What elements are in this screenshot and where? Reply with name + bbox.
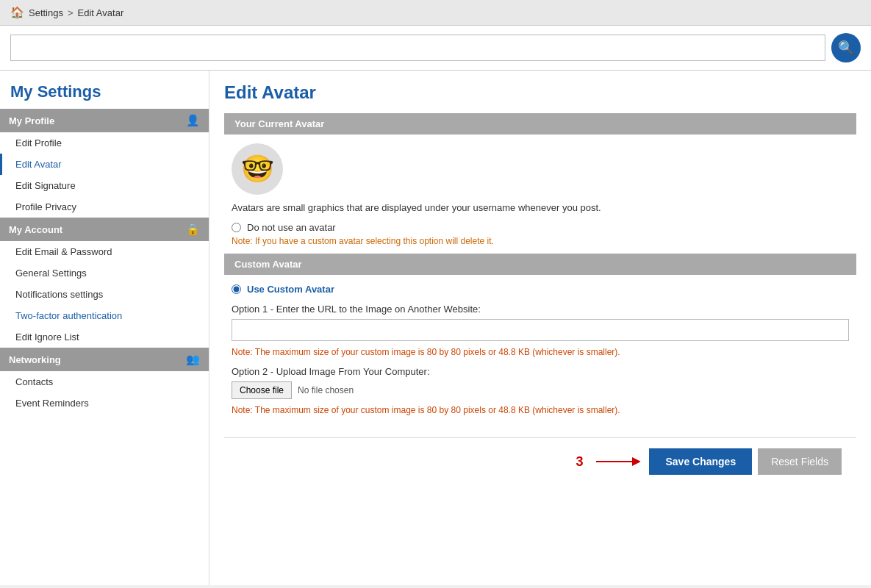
use-custom-radio[interactable] — [232, 284, 241, 294]
breadcrumb-bar: 🏠 Settings > Edit Avatar — [0, 0, 871, 26]
annotation-3: 3 — [576, 454, 583, 470]
page-title: Edit Avatar — [224, 82, 856, 103]
option2-label: Option 2 - Upload Image From Your Comput… — [232, 366, 856, 377]
avatar-description: Avatars are small graphics that are disp… — [232, 202, 856, 213]
use-custom-label: Use Custom Avatar — [247, 284, 334, 295]
search-input[interactable] — [10, 35, 825, 61]
search-bar: 🔍 — [0, 26, 871, 71]
sidebar-item-profile-privacy[interactable]: Profile Privacy — [0, 196, 209, 218]
breadcrumb-current: Edit Avatar — [78, 7, 124, 18]
sidebar-item-edit-signature[interactable]: Edit Signature — [0, 175, 209, 196]
breadcrumb-separator: > — [68, 7, 74, 18]
search-button[interactable]: 🔍 — [831, 33, 861, 62]
reset-fields-button[interactable]: Reset Fields — [758, 448, 842, 475]
content-area: Edit Avatar Your Current Avatar 🤓 Avatar… — [209, 71, 871, 585]
lock-icon: 🔒 — [186, 223, 200, 236]
sidebar-item-two-factor[interactable]: Two-factor authentication — [0, 305, 209, 326]
annotation-arrow-3 — [596, 454, 640, 469]
sidebar-item-contacts[interactable]: Contacts — [0, 371, 209, 392]
sidebar-item-notifications-settings[interactable]: Notifications settings — [0, 284, 209, 305]
no-avatar-row: Do not use an avatar — [232, 222, 856, 233]
search-icon: 🔍 — [838, 40, 854, 56]
file-upload-row: Choose file No file chosen — [232, 381, 856, 399]
sidebar-item-edit-avatar[interactable]: Edit Avatar — [0, 154, 209, 175]
sidebar-section-my-profile: My Profile 👤 — [0, 109, 209, 132]
custom-avatar-section-header: Custom Avatar — [224, 254, 856, 275]
sidebar-section-my-account: My Account 🔒 — [0, 218, 209, 241]
sidebar-item-edit-ignore-list[interactable]: Edit Ignore List — [0, 326, 209, 348]
people-icon: 👥 — [186, 353, 200, 366]
choose-file-button[interactable]: Choose file — [232, 381, 292, 399]
current-avatar-section-header: Your Current Avatar — [224, 113, 856, 135]
sidebar-section-label-networking: Networking — [9, 354, 61, 365]
sidebar-title: My Settings — [0, 71, 209, 109]
sidebar-item-edit-email-password[interactable]: Edit Email & Password — [0, 241, 209, 262]
option1-label: Option 1 - Enter the URL to the Image on… — [232, 304, 856, 315]
sidebar-section-label-profile: My Profile — [9, 115, 54, 126]
no-avatar-note: Note: If you have a custom avatar select… — [232, 236, 856, 246]
breadcrumb-settings[interactable]: Settings — [29, 7, 63, 18]
avatar-face-icon: 🤓 — [241, 154, 274, 184]
sidebar-item-event-reminders[interactable]: Event Reminders — [0, 392, 209, 414]
sidebar-section-label-account: My Account — [9, 224, 62, 235]
main-layout: My Settings My Profile 👤 Edit Profile Ed… — [0, 71, 871, 585]
use-custom-row: Use Custom Avatar — [232, 284, 856, 295]
sidebar-section-networking: Networking 👥 — [0, 348, 209, 371]
option2-note: Note: The maximum size of your custom im… — [232, 405, 856, 415]
option1-note: Note: The maximum size of your custom im… — [232, 347, 856, 357]
person-icon: 👤 — [186, 114, 200, 127]
no-file-text: No file chosen — [298, 385, 354, 395]
url-input[interactable] — [232, 319, 849, 341]
home-icon: 🏠 — [10, 6, 24, 19]
footer-bar: 3 Save Changes Reset Fields — [224, 437, 856, 485]
no-avatar-label: Do not use an avatar — [247, 222, 336, 233]
sidebar: My Settings My Profile 👤 Edit Profile Ed… — [0, 71, 209, 585]
save-changes-button[interactable]: Save Changes — [649, 448, 752, 475]
sidebar-item-edit-profile[interactable]: Edit Profile — [0, 132, 209, 154]
sidebar-item-general-settings[interactable]: General Settings — [0, 262, 209, 284]
no-avatar-radio[interactable] — [232, 223, 241, 232]
avatar-image: 🤓 — [232, 143, 283, 195]
custom-avatar-section: Custom Avatar Use Custom Avatar Option 1… — [224, 254, 856, 415]
